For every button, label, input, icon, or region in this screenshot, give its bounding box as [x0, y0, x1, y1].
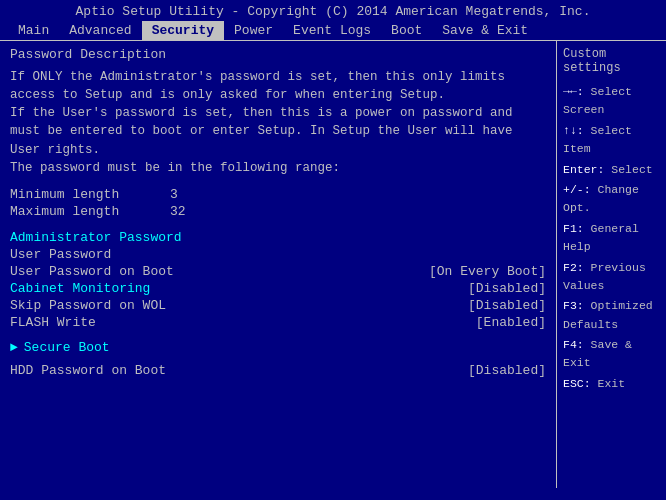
- min-length-value: 3: [170, 187, 178, 202]
- nav-tab-event-logs[interactable]: Event Logs: [283, 21, 381, 40]
- menu-label: User Password on Boot: [10, 264, 174, 279]
- menu-row[interactable]: Skip Password on WOL[Disabled]: [10, 297, 546, 314]
- nav-tab-boot[interactable]: Boot: [381, 21, 432, 40]
- menu-row[interactable]: User Password: [10, 246, 546, 263]
- max-length-value: 32: [170, 204, 186, 219]
- menu-items: Administrator PasswordUser PasswordUser …: [10, 229, 546, 331]
- submenu-label: Secure Boot: [24, 340, 110, 355]
- hdd-row[interactable]: HDD Password on Boot [Disabled]: [10, 362, 546, 379]
- main-layout: Password Description If ONLY the Adminis…: [0, 40, 666, 488]
- help-item: Enter: Select: [563, 161, 660, 179]
- right-section-title: Custom settings: [563, 47, 660, 75]
- menu-label: Cabinet Monitoring: [10, 281, 150, 296]
- section-title: Password Description: [10, 47, 546, 62]
- menu-label: Skip Password on WOL: [10, 298, 166, 313]
- nav-tab-power[interactable]: Power: [224, 21, 283, 40]
- min-length-label: Minimum length: [10, 187, 170, 202]
- menu-row[interactable]: User Password on Boot[On Every Boot]: [10, 263, 546, 280]
- hdd-value: [Disabled]: [468, 363, 546, 378]
- nav-bar: MainAdvancedSecurityPowerEvent LogsBootS…: [0, 21, 666, 40]
- help-item: F4: Save & Exit: [563, 336, 660, 373]
- left-panel: Password Description If ONLY the Adminis…: [0, 41, 556, 488]
- help-item: →←: Select Screen: [563, 83, 660, 120]
- help-item: F1: General Help: [563, 220, 660, 257]
- menu-value: [Enabled]: [476, 315, 546, 330]
- menu-value: [Disabled]: [468, 281, 546, 296]
- description-block: If ONLY the Administrator's password is …: [10, 68, 546, 177]
- menu-value: [On Every Boot]: [429, 264, 546, 279]
- menu-value: [Disabled]: [468, 298, 546, 313]
- help-item: +/-: Change Opt.: [563, 181, 660, 218]
- nav-tab-main[interactable]: Main: [8, 21, 59, 40]
- hdd-label: HDD Password on Boot: [10, 363, 166, 378]
- menu-label: User Password: [10, 247, 111, 262]
- nav-tab-save-&-exit[interactable]: Save & Exit: [432, 21, 538, 40]
- menu-label: Administrator Password: [10, 230, 182, 245]
- max-length-row: Maximum length 32: [10, 204, 546, 219]
- help-item: F2: Previous Values: [563, 259, 660, 296]
- help-item: ↑↓: Select Item: [563, 122, 660, 159]
- menu-row[interactable]: FLASH Write[Enabled]: [10, 314, 546, 331]
- menu-row[interactable]: Administrator Password: [10, 229, 546, 246]
- help-item: ESC: Exit: [563, 375, 660, 393]
- help-item: F3: Optimized Defaults: [563, 297, 660, 334]
- menu-row[interactable]: Cabinet Monitoring[Disabled]: [10, 280, 546, 297]
- right-panel: Custom settings →←: Select Screen↑↓: Sel…: [556, 41, 666, 488]
- submenu-arrow: ►: [10, 340, 18, 355]
- nav-tab-security[interactable]: Security: [142, 21, 224, 40]
- title-bar: Aptio Setup Utility - Copyright (C) 2014…: [0, 0, 666, 21]
- nav-tab-advanced[interactable]: Advanced: [59, 21, 141, 40]
- title-text: Aptio Setup Utility - Copyright (C) 2014…: [76, 4, 591, 19]
- min-length-row: Minimum length 3: [10, 187, 546, 202]
- submenu-row[interactable]: ► Secure Boot: [10, 337, 546, 358]
- menu-label: FLASH Write: [10, 315, 96, 330]
- max-length-label: Maximum length: [10, 204, 170, 219]
- right-help: →←: Select Screen↑↓: Select ItemEnter: S…: [563, 83, 660, 393]
